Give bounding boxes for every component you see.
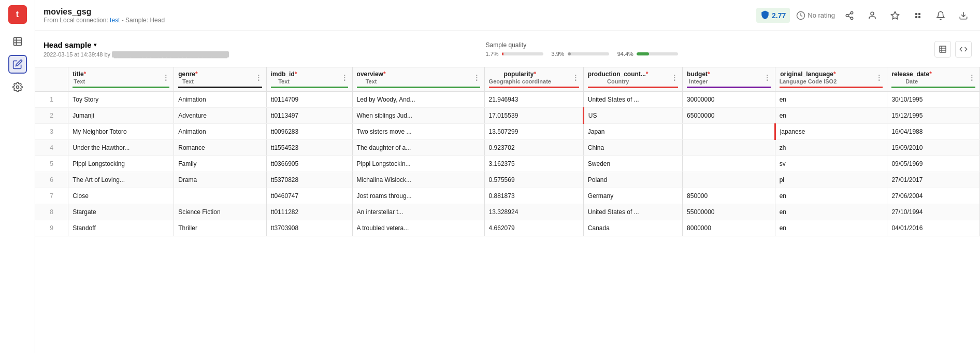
cell-genre: Animation xyxy=(174,124,267,140)
dataset-title: movies_gsg xyxy=(44,7,165,17)
subheader-left: Head sample ▾ 2022-03-15 at 14:39:48 by … xyxy=(44,40,229,58)
cell-rownum: 6 xyxy=(35,172,68,188)
th-overview-menu[interactable]: ⋮ xyxy=(473,74,480,82)
cell-production: US xyxy=(583,108,682,124)
cell-release: 30/10/1995 xyxy=(887,92,980,108)
cell-production: Germany xyxy=(583,188,682,204)
sidebar-item-settings[interactable] xyxy=(8,78,27,96)
cell-lang: pl xyxy=(775,172,887,188)
cell-budget xyxy=(683,172,775,188)
quality-bar-fill-0 xyxy=(502,52,503,55)
th-genre-indicator xyxy=(178,87,262,88)
cell-lang: japanese xyxy=(775,124,887,140)
quality-section: Sample quality 1.7% 3.9% 94.4% xyxy=(485,41,678,57)
svg-point-13 xyxy=(916,13,917,15)
cell-imdb: tt0460747 xyxy=(266,188,352,204)
cell-imdb: tt0113497 xyxy=(266,108,352,124)
cell-lang: sv xyxy=(775,156,887,172)
quality-bar-0 xyxy=(502,52,543,55)
th-lang-menu[interactable]: ⋮ xyxy=(875,74,883,82)
sample-title[interactable]: Head sample ▾ xyxy=(44,40,229,49)
data-table-container: title* Text ⋮ genre* xyxy=(35,67,980,353)
cell-budget: 8000000 xyxy=(683,220,775,236)
cell-lang: en xyxy=(775,108,887,124)
th-popularity-menu[interactable]: ⋮ xyxy=(572,74,579,82)
svg-point-6 xyxy=(851,11,853,14)
quality-item-1: 3.9% xyxy=(552,51,609,57)
svg-line-10 xyxy=(848,13,851,15)
cell-genre: Animation xyxy=(174,92,267,108)
cell-popularity: 4.662079 xyxy=(484,220,583,236)
table-row: 4 Under the Hawthor... Romance tt1554523… xyxy=(35,140,980,156)
download-button[interactable] xyxy=(955,7,972,24)
cell-production: Canada xyxy=(583,220,682,236)
main-area: movies_gsg From Local connection: test -… xyxy=(35,0,980,353)
subtitle-suffix: - Sample: Head xyxy=(122,17,165,24)
th-budget-menu[interactable]: ⋮ xyxy=(763,74,771,82)
cell-lang: en xyxy=(775,220,887,236)
svg-point-8 xyxy=(851,17,853,20)
sidebar: t xyxy=(0,0,35,353)
rating-badge: No rating xyxy=(796,11,835,20)
alert-button[interactable] xyxy=(932,7,949,24)
th-genre-menu[interactable]: ⋮ xyxy=(255,74,262,82)
table-row: 2 Jumanji Adventure tt0113497 When sibli… xyxy=(35,108,980,124)
connection-link[interactable]: test xyxy=(110,17,120,24)
th-title-indicator xyxy=(73,87,169,88)
code-view-button[interactable] xyxy=(955,41,972,58)
svg-rect-0 xyxy=(13,38,21,46)
th-budget-indicator xyxy=(687,87,771,88)
cell-imdb: tt0096283 xyxy=(266,124,352,140)
svg-point-16 xyxy=(919,16,920,18)
quality-bar-fill-2 xyxy=(637,52,649,55)
cell-production: United States of ... xyxy=(583,204,682,220)
th-production: production_count...* Country ⋮ xyxy=(583,67,682,92)
score-value: 2.77 xyxy=(772,11,786,20)
cell-imdb: tt5370828 xyxy=(266,172,352,188)
th-release-menu[interactable]: ⋮ xyxy=(968,74,975,82)
cell-imdb: tt1554523 xyxy=(266,140,352,156)
th-title-menu[interactable]: ⋮ xyxy=(162,74,169,82)
user-button[interactable] xyxy=(864,7,881,24)
th-release-name: release_date* xyxy=(891,70,931,78)
cell-budget: 850000 xyxy=(683,188,775,204)
waffle-button[interactable] xyxy=(910,7,926,24)
subtitle-prefix: From Local connection: xyxy=(44,17,108,24)
cell-release: 27/10/1994 xyxy=(887,204,980,220)
th-imdb-menu[interactable]: ⋮ xyxy=(341,74,348,82)
cell-popularity: 13.328924 xyxy=(484,204,583,220)
cell-title: Standoff xyxy=(68,220,174,236)
table-row: 7 Close tt0460747 Jost roams throug... 0… xyxy=(35,188,980,204)
svg-point-11 xyxy=(871,12,874,15)
table-view-button[interactable] xyxy=(934,41,951,58)
sidebar-item-edit[interactable] xyxy=(8,55,27,74)
svg-marker-12 xyxy=(891,11,899,19)
cell-title: Toy Story xyxy=(68,92,174,108)
th-budget: budget* Integer ⋮ xyxy=(683,67,775,92)
table-row: 9 Standoff Thriller tt3703908 A troubled… xyxy=(35,220,980,236)
th-row-num xyxy=(35,67,68,92)
cell-rownum: 1 xyxy=(35,92,68,108)
table-row: 8 Stargate Science Fiction tt0111282 An … xyxy=(35,204,980,220)
cell-rownum: 2 xyxy=(35,108,68,124)
cell-popularity: 13.507299 xyxy=(484,124,583,140)
th-imdb-indicator xyxy=(271,87,348,88)
th-popularity-name: popularity* xyxy=(489,70,551,78)
th-overview-name: overview* xyxy=(357,70,386,78)
cell-popularity: 0.575569 xyxy=(484,172,583,188)
blurred-user: ████████████████████████████ xyxy=(112,51,229,58)
cell-budget: 55000000 xyxy=(683,204,775,220)
star-button[interactable] xyxy=(887,7,903,24)
th-production-menu[interactable]: ⋮ xyxy=(671,74,678,82)
cell-title: Under the Hawthor... xyxy=(68,140,174,156)
cell-title: Stargate xyxy=(68,204,174,220)
th-genre-name: genre* xyxy=(178,70,197,78)
th-imdb-type: Text xyxy=(271,78,297,84)
th-title-name: title* xyxy=(73,70,86,78)
cell-production: Japan xyxy=(583,124,682,140)
cell-title: Close xyxy=(68,188,174,204)
share-button[interactable] xyxy=(841,7,858,24)
cell-overview: When siblings Jud... xyxy=(352,108,484,124)
sidebar-item-table[interactable] xyxy=(8,32,27,51)
cell-overview: Michalina Wislock... xyxy=(352,172,484,188)
